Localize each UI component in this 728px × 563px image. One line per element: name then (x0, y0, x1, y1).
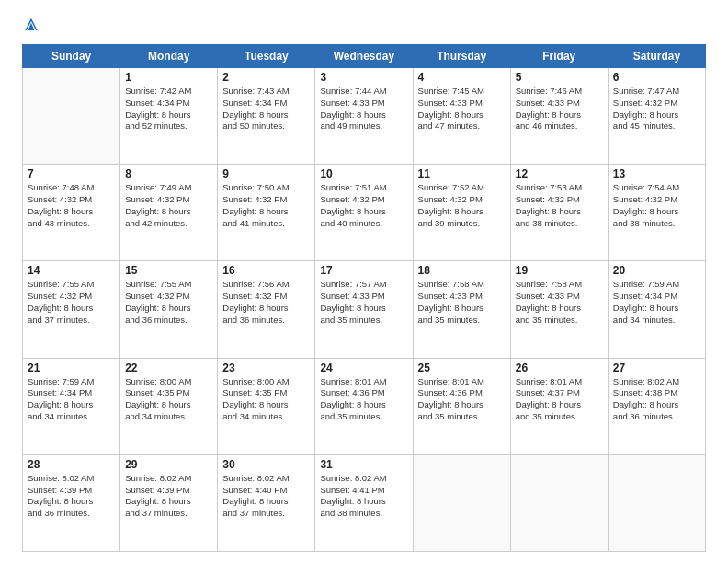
day-info: Sunrise: 7:56 AM Sunset: 4:32 PM Dayligh… (222, 279, 310, 326)
day-info: Sunrise: 8:00 AM Sunset: 4:35 PM Dayligh… (222, 376, 310, 423)
weekday-header-thursday: Thursday (413, 45, 510, 68)
day-number: 22 (125, 362, 212, 374)
day-info: Sunrise: 8:02 AM Sunset: 4:40 PM Dayligh… (222, 473, 310, 520)
day-number: 27 (613, 362, 700, 374)
calendar-cell: 9Sunrise: 7:50 AM Sunset: 4:32 PM Daylig… (218, 165, 315, 261)
day-info: Sunrise: 8:02 AM Sunset: 4:39 PM Dayligh… (125, 473, 212, 520)
page: SundayMondayTuesdayWednesdayThursdayFrid… (0, 0, 728, 563)
day-info: Sunrise: 7:50 AM Sunset: 4:32 PM Dayligh… (222, 182, 310, 229)
day-number: 7 (28, 167, 115, 180)
day-number: 20 (613, 264, 700, 277)
calendar-cell: 21Sunrise: 7:59 AM Sunset: 4:34 PM Dayli… (23, 358, 120, 454)
day-number: 8 (125, 167, 212, 180)
calendar-cell: 3Sunrise: 7:44 AM Sunset: 4:33 PM Daylig… (315, 68, 413, 165)
day-number: 23 (222, 362, 310, 374)
calendar-cell: 18Sunrise: 7:58 AM Sunset: 4:33 PM Dayli… (413, 261, 510, 358)
calendar-cell: 8Sunrise: 7:49 AM Sunset: 4:32 PM Daylig… (120, 165, 218, 261)
day-number: 28 (28, 458, 115, 471)
day-info: Sunrise: 7:55 AM Sunset: 4:32 PM Dayligh… (28, 279, 115, 326)
day-info: Sunrise: 8:02 AM Sunset: 4:38 PM Dayligh… (613, 376, 700, 423)
logo (22, 17, 44, 35)
calendar-week-row: 14Sunrise: 7:55 AM Sunset: 4:32 PM Dayli… (23, 261, 706, 358)
weekday-header-friday: Friday (510, 45, 608, 68)
day-info: Sunrise: 8:01 AM Sunset: 4:37 PM Dayligh… (516, 376, 603, 423)
weekday-header-monday: Monday (120, 45, 218, 68)
calendar-week-row: 1Sunrise: 7:42 AM Sunset: 4:34 PM Daylig… (23, 68, 706, 165)
calendar-cell: 22Sunrise: 8:00 AM Sunset: 4:35 PM Dayli… (120, 358, 218, 454)
day-info: Sunrise: 7:54 AM Sunset: 4:32 PM Dayligh… (613, 182, 700, 229)
day-info: Sunrise: 7:59 AM Sunset: 4:34 PM Dayligh… (613, 279, 700, 326)
day-number: 19 (516, 264, 603, 277)
calendar-cell: 12Sunrise: 7:53 AM Sunset: 4:32 PM Dayli… (510, 165, 608, 261)
day-number: 10 (320, 167, 407, 180)
header (22, 17, 706, 35)
calendar-cell: 15Sunrise: 7:55 AM Sunset: 4:32 PM Dayli… (120, 261, 218, 358)
day-info: Sunrise: 7:45 AM Sunset: 4:33 PM Dayligh… (418, 86, 506, 132)
day-info: Sunrise: 8:00 AM Sunset: 4:35 PM Dayligh… (125, 376, 212, 423)
day-number: 29 (125, 458, 212, 471)
calendar-cell: 24Sunrise: 8:01 AM Sunset: 4:36 PM Dayli… (315, 358, 413, 454)
day-number: 31 (320, 458, 407, 471)
calendar-cell (413, 454, 510, 551)
day-info: Sunrise: 7:47 AM Sunset: 4:32 PM Dayligh… (613, 86, 700, 132)
calendar-cell: 31Sunrise: 8:02 AM Sunset: 4:41 PM Dayli… (315, 454, 413, 551)
calendar-cell: 2Sunrise: 7:43 AM Sunset: 4:34 PM Daylig… (218, 68, 315, 165)
day-number: 6 (613, 71, 700, 84)
calendar-cell: 19Sunrise: 7:58 AM Sunset: 4:33 PM Dayli… (510, 261, 608, 358)
weekday-header-tuesday: Tuesday (218, 45, 315, 68)
day-number: 12 (516, 167, 603, 180)
day-info: Sunrise: 8:02 AM Sunset: 4:39 PM Dayligh… (28, 473, 115, 520)
day-info: Sunrise: 7:49 AM Sunset: 4:32 PM Dayligh… (125, 182, 212, 229)
day-info: Sunrise: 8:01 AM Sunset: 4:36 PM Dayligh… (418, 376, 506, 423)
day-number: 24 (320, 362, 407, 374)
calendar-cell: 26Sunrise: 8:01 AM Sunset: 4:37 PM Dayli… (510, 358, 608, 454)
day-info: Sunrise: 8:01 AM Sunset: 4:36 PM Dayligh… (320, 376, 407, 423)
calendar-cell: 20Sunrise: 7:59 AM Sunset: 4:34 PM Dayli… (608, 261, 705, 358)
weekday-header-saturday: Saturday (608, 45, 705, 68)
day-number: 13 (613, 167, 700, 180)
day-number: 16 (222, 264, 310, 277)
day-number: 30 (222, 458, 310, 471)
day-info: Sunrise: 7:44 AM Sunset: 4:33 PM Dayligh… (320, 86, 407, 132)
day-number: 26 (516, 362, 603, 374)
calendar-cell: 7Sunrise: 7:48 AM Sunset: 4:32 PM Daylig… (23, 165, 120, 261)
calendar-cell (510, 454, 608, 551)
day-info: Sunrise: 8:02 AM Sunset: 4:41 PM Dayligh… (320, 473, 407, 520)
calendar-cell: 27Sunrise: 8:02 AM Sunset: 4:38 PM Dayli… (608, 358, 705, 454)
day-number: 9 (222, 167, 310, 180)
day-info: Sunrise: 7:48 AM Sunset: 4:32 PM Dayligh… (28, 182, 115, 229)
day-number: 25 (418, 362, 506, 374)
day-info: Sunrise: 7:43 AM Sunset: 4:34 PM Dayligh… (222, 86, 310, 132)
weekday-header-sunday: Sunday (23, 45, 120, 68)
day-number: 3 (320, 71, 407, 84)
calendar-week-row: 21Sunrise: 7:59 AM Sunset: 4:34 PM Dayli… (23, 358, 706, 454)
logo-icon (22, 17, 40, 35)
weekday-header-row: SundayMondayTuesdayWednesdayThursdayFrid… (23, 45, 706, 68)
calendar-cell: 1Sunrise: 7:42 AM Sunset: 4:34 PM Daylig… (120, 68, 218, 165)
calendar-cell (23, 68, 120, 165)
day-number: 11 (418, 167, 506, 180)
day-number: 2 (222, 71, 310, 84)
day-info: Sunrise: 7:59 AM Sunset: 4:34 PM Dayligh… (28, 376, 115, 423)
calendar-cell: 28Sunrise: 8:02 AM Sunset: 4:39 PM Dayli… (23, 454, 120, 551)
calendar-cell: 6Sunrise: 7:47 AM Sunset: 4:32 PM Daylig… (608, 68, 705, 165)
calendar-cell: 30Sunrise: 8:02 AM Sunset: 4:40 PM Dayli… (218, 454, 315, 551)
calendar-cell: 29Sunrise: 8:02 AM Sunset: 4:39 PM Dayli… (120, 454, 218, 551)
day-number: 18 (418, 264, 506, 277)
calendar-cell: 16Sunrise: 7:56 AM Sunset: 4:32 PM Dayli… (218, 261, 315, 358)
calendar-week-row: 7Sunrise: 7:48 AM Sunset: 4:32 PM Daylig… (23, 165, 706, 261)
calendar-cell: 11Sunrise: 7:52 AM Sunset: 4:32 PM Dayli… (413, 165, 510, 261)
calendar-cell: 5Sunrise: 7:46 AM Sunset: 4:33 PM Daylig… (510, 68, 608, 165)
day-number: 1 (125, 71, 212, 84)
day-info: Sunrise: 7:57 AM Sunset: 4:33 PM Dayligh… (320, 279, 407, 326)
calendar-cell: 17Sunrise: 7:57 AM Sunset: 4:33 PM Dayli… (315, 261, 413, 358)
day-number: 17 (320, 264, 407, 277)
calendar-cell: 23Sunrise: 8:00 AM Sunset: 4:35 PM Dayli… (218, 358, 315, 454)
day-info: Sunrise: 7:58 AM Sunset: 4:33 PM Dayligh… (418, 279, 506, 326)
day-info: Sunrise: 7:53 AM Sunset: 4:32 PM Dayligh… (516, 182, 603, 229)
calendar-cell: 4Sunrise: 7:45 AM Sunset: 4:33 PM Daylig… (413, 68, 510, 165)
day-info: Sunrise: 7:46 AM Sunset: 4:33 PM Dayligh… (516, 86, 603, 132)
day-number: 14 (28, 264, 115, 277)
calendar-table: SundayMondayTuesdayWednesdayThursdayFrid… (22, 44, 706, 552)
calendar-cell: 25Sunrise: 8:01 AM Sunset: 4:36 PM Dayli… (413, 358, 510, 454)
